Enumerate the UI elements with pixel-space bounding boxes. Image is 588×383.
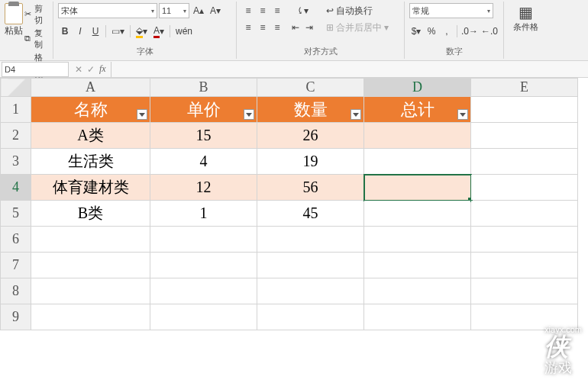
decrease-decimal-button[interactable]: ←.0 bbox=[480, 24, 499, 39]
cell-C6[interactable] bbox=[257, 227, 364, 253]
font-size-combo[interactable]: 11▾ bbox=[159, 3, 189, 18]
decrease-font-button[interactable]: A▾ bbox=[208, 3, 223, 18]
cell-E1[interactable] bbox=[471, 97, 578, 123]
copy-button[interactable]: ⧉复制 bbox=[24, 27, 48, 50]
font-color-button[interactable]: A▾ bbox=[151, 24, 166, 39]
wrap-text-button[interactable]: ↩自动换行 bbox=[324, 3, 393, 18]
merge-icon: ⊞ bbox=[326, 22, 334, 33]
row-header-8[interactable]: 8 bbox=[1, 278, 31, 304]
cell-D6[interactable] bbox=[364, 227, 471, 253]
align-right-button[interactable]: ≡ bbox=[270, 20, 284, 35]
confirm-formula-button[interactable]: ✓ bbox=[87, 64, 95, 75]
cell-C9[interactable] bbox=[257, 304, 364, 330]
formula-input[interactable] bbox=[111, 62, 588, 77]
cancel-formula-button[interactable]: ✕ bbox=[75, 64, 82, 75]
cell-C4[interactable]: 56 bbox=[257, 175, 364, 201]
align-left-button[interactable]: ≡ bbox=[241, 20, 255, 35]
underline-button[interactable]: U bbox=[89, 24, 102, 39]
cell-B3[interactable]: 4 bbox=[150, 149, 257, 175]
cell-A5[interactable]: B类 bbox=[31, 201, 150, 227]
cell-E5[interactable] bbox=[471, 201, 578, 227]
cell-A4[interactable]: 体育建材类 bbox=[31, 175, 150, 201]
phonetic-button[interactable]: wén bbox=[173, 24, 195, 39]
row-header-9[interactable]: 9 bbox=[1, 304, 31, 330]
bold-button[interactable]: B bbox=[58, 24, 72, 39]
cut-button[interactable]: ✂剪切 bbox=[24, 3, 48, 26]
cell-D3[interactable] bbox=[364, 149, 471, 175]
cell-C8[interactable] bbox=[257, 278, 364, 304]
cell-E7[interactable] bbox=[471, 253, 578, 278]
col-header-E[interactable]: E bbox=[471, 79, 578, 97]
filter-icon[interactable] bbox=[244, 109, 254, 120]
align-middle-button[interactable]: ≡ bbox=[256, 3, 270, 18]
cell-E4[interactable] bbox=[471, 175, 578, 201]
cell-B5[interactable]: 1 bbox=[150, 201, 257, 227]
cell-E8[interactable] bbox=[471, 278, 578, 304]
cell-C5[interactable]: 45 bbox=[257, 201, 364, 227]
font-name-combo[interactable]: 宋体▾ bbox=[58, 3, 157, 18]
name-box[interactable]: D4 bbox=[2, 62, 69, 77]
increase-decimal-button[interactable]: .0→ bbox=[460, 24, 479, 39]
cell-B2[interactable]: 15 bbox=[150, 123, 257, 149]
number-format-combo[interactable]: 常规▾ bbox=[409, 3, 493, 18]
cell-B8[interactable] bbox=[150, 278, 257, 304]
align-bottom-button[interactable]: ≡ bbox=[270, 3, 284, 18]
increase-indent-button[interactable]: ⇥ bbox=[302, 20, 316, 35]
decrease-indent-button[interactable]: ⇤ bbox=[289, 20, 302, 35]
cell-C2[interactable]: 26 bbox=[257, 123, 364, 149]
cell-D7[interactable] bbox=[364, 253, 471, 278]
cell-C7[interactable] bbox=[257, 253, 364, 278]
filter-icon[interactable] bbox=[457, 109, 468, 120]
row-header-1[interactable]: 1 bbox=[1, 97, 31, 123]
italic-button[interactable]: I bbox=[73, 24, 87, 39]
fx-button[interactable]: fx bbox=[99, 63, 106, 75]
percent-format-button[interactable]: % bbox=[425, 24, 438, 39]
orientation-button[interactable]: ⤹▾ bbox=[289, 3, 316, 18]
cell-A9[interactable] bbox=[31, 304, 150, 330]
row-header-7[interactable]: 7 bbox=[1, 253, 31, 278]
row-header-5[interactable]: 5 bbox=[1, 201, 31, 227]
row-header-4[interactable]: 4 bbox=[1, 175, 31, 201]
cell-D2[interactable] bbox=[364, 123, 471, 149]
cell-A8[interactable] bbox=[31, 278, 150, 304]
cell-B9[interactable] bbox=[150, 304, 257, 330]
filter-icon[interactable] bbox=[351, 109, 361, 120]
cell-A1[interactable]: 名称 bbox=[31, 97, 150, 123]
align-center-button[interactable]: ≡ bbox=[256, 20, 270, 35]
cell-C3[interactable]: 19 bbox=[257, 149, 364, 175]
cell-E2[interactable] bbox=[471, 123, 578, 149]
cell-E3[interactable] bbox=[471, 149, 578, 175]
cell-A7[interactable] bbox=[31, 253, 150, 278]
cell-D4[interactable] bbox=[364, 175, 471, 201]
merge-center-button[interactable]: ⊞合并后居中▾ bbox=[324, 20, 393, 35]
cell-A6[interactable] bbox=[31, 227, 150, 253]
cell-C1[interactable]: 数量 bbox=[257, 97, 364, 123]
cell-D8[interactable] bbox=[364, 278, 471, 304]
cell-D9[interactable] bbox=[364, 304, 471, 330]
accounting-format-button[interactable]: $▾ bbox=[409, 24, 423, 39]
increase-font-button[interactable]: A▴ bbox=[191, 3, 206, 18]
cell-B7[interactable] bbox=[150, 253, 257, 278]
cell-B6[interactable] bbox=[150, 227, 257, 253]
fill-color-button[interactable]: ⬙▾ bbox=[134, 24, 150, 39]
border-button[interactable]: ▭▾ bbox=[109, 24, 127, 39]
comma-format-button[interactable]: , bbox=[440, 24, 454, 39]
cell-B1[interactable]: 单价 bbox=[150, 97, 257, 123]
cell-E6[interactable] bbox=[471, 227, 578, 253]
col-header-A[interactable]: A bbox=[31, 79, 150, 97]
cell-D5[interactable] bbox=[364, 201, 471, 227]
cell-D1[interactable]: 总计 bbox=[364, 97, 471, 123]
row-header-3[interactable]: 3 bbox=[1, 149, 31, 175]
cell-B4[interactable]: 12 bbox=[150, 175, 257, 201]
col-header-C[interactable]: C bbox=[257, 79, 364, 97]
cell-A3[interactable]: 生活类 bbox=[31, 149, 150, 175]
align-top-button[interactable]: ≡ bbox=[241, 3, 255, 18]
col-header-D[interactable]: D bbox=[364, 79, 471, 97]
cell-A2[interactable]: A类 bbox=[31, 123, 150, 149]
filter-icon[interactable] bbox=[137, 109, 147, 120]
select-all-corner[interactable] bbox=[1, 79, 31, 97]
col-header-B[interactable]: B bbox=[150, 79, 257, 97]
conditional-format-button[interactable]: ▦ 条件格 bbox=[509, 3, 542, 33]
row-header-6[interactable]: 6 bbox=[1, 227, 31, 253]
row-header-2[interactable]: 2 bbox=[1, 123, 31, 149]
